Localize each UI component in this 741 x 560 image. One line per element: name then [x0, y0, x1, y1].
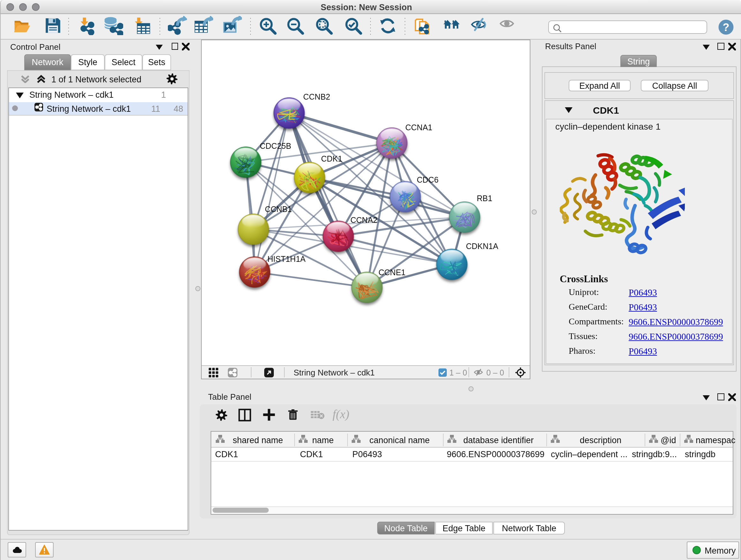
svg-text:CCNB2: CCNB2: [303, 92, 330, 101]
svg-text:CCNA1: CCNA1: [405, 123, 432, 132]
svg-text:HIST1H1A: HIST1H1A: [267, 254, 306, 263]
svg-text:CCNA2: CCNA2: [350, 215, 378, 225]
svg-text:?: ?: [723, 21, 730, 33]
svg-text:CDKN1A: CDKN1A: [466, 242, 498, 251]
svg-text:CCNE1: CCNE1: [379, 268, 406, 277]
svg-text:CDC6: CDC6: [417, 175, 439, 184]
svg-text:CCNB1: CCNB1: [265, 205, 292, 213]
svg-text:RB1: RB1: [477, 194, 492, 203]
svg-text:CDK1: CDK1: [321, 154, 342, 163]
svg-text:CDC25B: CDC25B: [260, 141, 291, 150]
